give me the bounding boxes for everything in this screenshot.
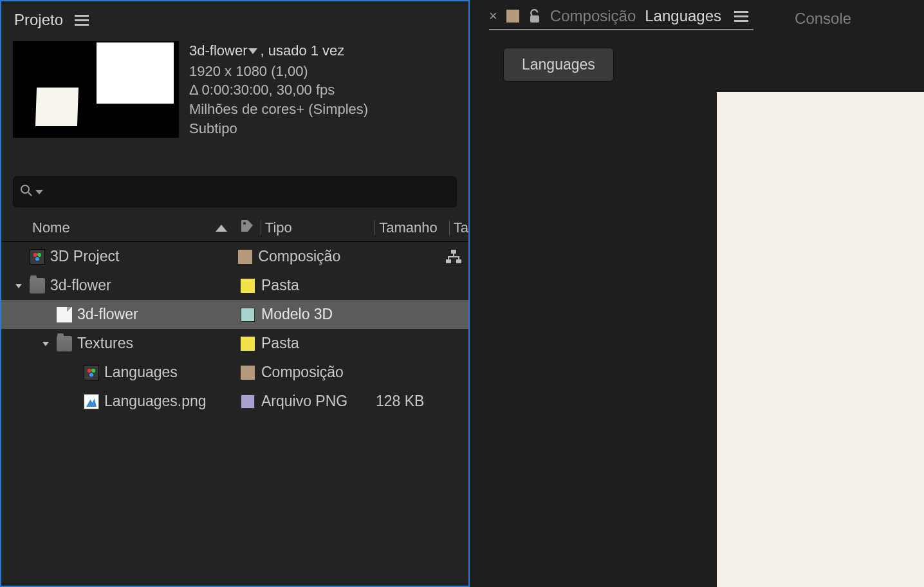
item-size: 128 KB — [376, 393, 450, 410]
column-ta[interactable]: Ta — [449, 219, 468, 236]
item-dimensions: 1920 x 1080 (1,00) — [189, 62, 368, 81]
color-swatch[interactable] — [241, 308, 255, 322]
folder-icon — [30, 278, 45, 294]
color-swatch[interactable] — [241, 279, 255, 293]
flowchart-icon[interactable] — [445, 249, 462, 265]
svg-marker-3 — [35, 190, 43, 194]
composition-icon — [84, 365, 99, 380]
item-type: Modelo 3D — [261, 306, 376, 323]
svg-marker-0 — [248, 48, 257, 54]
column-type-label: Tipo — [265, 219, 292, 236]
color-swatch[interactable] — [241, 366, 255, 380]
sort-ascending-icon — [216, 219, 227, 236]
chevron-down-icon[interactable] — [40, 339, 51, 348]
svg-rect-11 — [530, 15, 539, 23]
tab-color-swatch — [506, 10, 519, 23]
composition-canvas — [717, 92, 924, 587]
item-subtype: Subtipo — [189, 119, 368, 138]
composition-icon — [30, 249, 45, 265]
svg-marker-4 — [216, 225, 227, 232]
item-info: 3d-flower, usado 1 vez 1920 x 1080 (1,00… — [1, 39, 468, 144]
item-type: Arquivo PNG — [261, 393, 376, 410]
composition-panel-tabs: × Composição Languages Console — [481, 0, 924, 37]
table-row[interactable]: 3d-flowerPasta — [1, 271, 468, 300]
svg-marker-10 — [42, 342, 49, 346]
table-row[interactable]: LanguagesComposição — [1, 358, 468, 387]
project-table-body: 3D ProjectComposição3d-flowerPasta3d-flo… — [1, 242, 468, 416]
item-info-text: 3d-flower, usado 1 vez 1920 x 1080 (1,00… — [189, 41, 368, 138]
chevron-down-icon[interactable] — [13, 281, 24, 290]
composition-breadcrumb[interactable]: Languages — [503, 48, 614, 82]
item-name: Textures — [77, 335, 133, 352]
item-type: Composição — [261, 364, 376, 381]
project-table-header: Nome Tipo Tamanho Ta — [1, 214, 468, 242]
column-tag[interactable] — [234, 219, 261, 237]
image-file-icon — [84, 394, 99, 409]
item-name: 3d-flower — [189, 42, 247, 59]
svg-rect-6 — [451, 250, 456, 254]
item-type: Pasta — [261, 335, 376, 352]
column-size-label: Tamanho — [379, 219, 438, 236]
item-name: 3d-flower — [77, 306, 138, 323]
item-name: Languages — [104, 364, 178, 381]
table-row[interactable]: TexturesPasta — [1, 329, 468, 358]
item-name: 3d-flower — [50, 277, 111, 294]
caret-down-icon[interactable] — [248, 41, 257, 61]
color-swatch[interactable] — [241, 337, 255, 351]
unlock-icon[interactable] — [528, 9, 541, 23]
project-panel-tabs: Projeto — [1, 1, 468, 39]
column-type[interactable]: Tipo — [261, 219, 374, 236]
composition-panel: × Composição Languages Console Languages — [470, 0, 924, 587]
column-name-label: Nome — [32, 219, 70, 236]
svg-point-5 — [243, 222, 246, 225]
item-thumbnail — [13, 41, 179, 138]
tab-prefix: Composição — [550, 7, 636, 25]
column-ta-label: Ta — [454, 219, 468, 236]
project-panel: Projeto 3d-flower, usado 1 vez 1920 x 10… — [0, 0, 470, 587]
console-tab[interactable]: Console — [795, 10, 851, 28]
item-colors: Milhões de cores+ (Simples) — [189, 100, 368, 119]
composition-tab[interactable]: × Composição Languages — [489, 7, 753, 30]
svg-point-1 — [21, 185, 29, 193]
item-name: Languages.png — [104, 393, 207, 410]
chevron-down-icon[interactable] — [35, 186, 43, 198]
svg-line-2 — [28, 192, 32, 196]
tab-name: Languages — [645, 7, 721, 25]
column-name[interactable]: Nome — [1, 219, 234, 236]
item-type: Pasta — [261, 277, 376, 294]
composition-viewer[interactable] — [481, 88, 924, 587]
item-name: 3D Project — [50, 248, 119, 265]
folder-icon — [57, 336, 72, 351]
table-row[interactable]: 3D ProjectComposição — [1, 242, 468, 271]
item-duration: Δ 0:00:30:00, 30,00 fps — [189, 80, 368, 100]
color-swatch[interactable] — [241, 395, 255, 409]
search-input[interactable] — [13, 176, 457, 207]
hamburger-icon[interactable] — [75, 15, 89, 26]
table-row[interactable]: 3d-flowerModelo 3D — [1, 300, 468, 329]
item-type: Composição — [258, 248, 371, 265]
table-row[interactable]: Languages.pngArquivo PNG128 KB — [1, 387, 468, 416]
file-icon — [57, 307, 72, 322]
close-icon[interactable]: × — [489, 8, 497, 24]
column-size[interactable]: Tamanho — [374, 219, 449, 236]
hamburger-icon[interactable] — [734, 11, 748, 22]
search-icon — [20, 184, 33, 200]
svg-rect-8 — [456, 259, 461, 263]
svg-rect-7 — [446, 259, 451, 263]
tag-icon — [240, 219, 254, 237]
svg-marker-9 — [15, 284, 22, 288]
item-usage: , usado 1 vez — [260, 42, 344, 59]
project-tab[interactable]: Projeto — [14, 11, 63, 29]
color-swatch[interactable] — [238, 250, 252, 264]
